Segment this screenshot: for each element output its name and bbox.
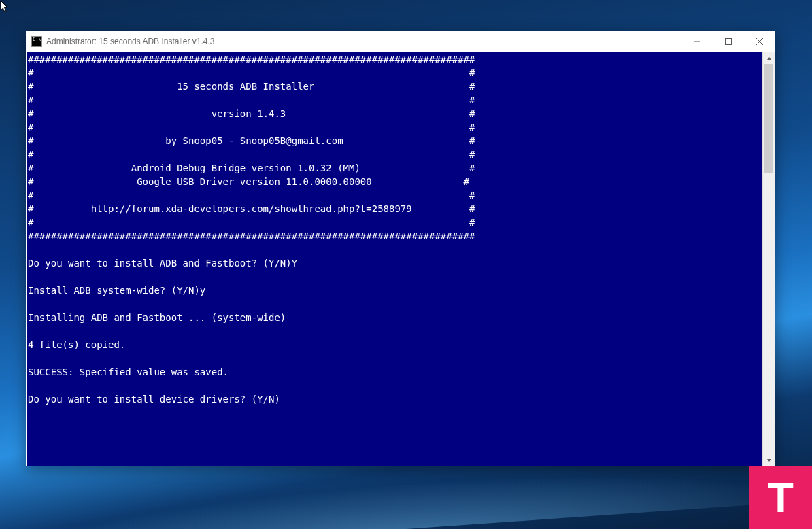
minimize-button[interactable]: [681, 31, 713, 52]
watermark-letter: T: [768, 477, 794, 519]
scroll-down-arrow-icon[interactable]: [763, 454, 775, 466]
close-button[interactable]: [744, 31, 775, 52]
mouse-cursor-icon: [0, 0, 10, 14]
window-controls: [681, 31, 775, 52]
banner-adb-version: # Android Debug Bridge version 1.0.32 (M…: [28, 163, 475, 173]
banner-top: ########################################…: [28, 54, 475, 65]
banner-author: # by Snoop05 - Snoop05B@gmail.com #: [28, 135, 475, 146]
watermark-badge: T: [749, 466, 812, 529]
prompt-system-wide: Install ADB system-wide? (Y/N)y: [28, 285, 205, 296]
status-success: SUCCESS: Specified value was saved.: [28, 366, 229, 377]
banner-version: # version 1.4.3 #: [28, 108, 475, 119]
maximize-button[interactable]: [713, 31, 744, 52]
titlebar[interactable]: Administrator: 15 seconds ADB Installer …: [26, 31, 775, 52]
status-installing: Installing ADB and Fastboot ... (system-…: [28, 312, 286, 323]
scroll-up-arrow-icon[interactable]: [763, 52, 775, 64]
status-files-copied: 4 file(s) copied.: [28, 339, 125, 350]
cmd-icon: [31, 36, 42, 47]
banner-blank: # #: [28, 217, 475, 228]
banner-driver-version: # Google USB Driver version 11.0.0000.00…: [28, 176, 469, 187]
prompt-install-adb: Do you want to install ADB and Fastboot?…: [28, 258, 297, 269]
svg-rect-0: [726, 39, 732, 45]
banner-blank: # #: [28, 149, 475, 160]
console-client-area: ########################################…: [26, 52, 775, 466]
console-output[interactable]: ########################################…: [27, 52, 762, 466]
window-title: Administrator: 15 seconds ADB Installer …: [46, 37, 214, 46]
vertical-scrollbar[interactable]: [762, 52, 775, 466]
banner-blank: # #: [28, 67, 475, 78]
banner-blank: # #: [28, 190, 475, 201]
console-window: Administrator: 15 seconds ADB Installer …: [26, 31, 775, 466]
desktop-background: Administrator: 15 seconds ADB Installer …: [0, 0, 812, 529]
scroll-thumb[interactable]: [764, 64, 773, 173]
prompt-install-drivers: Do you want to install device drivers? (…: [28, 394, 280, 405]
banner-blank: # #: [28, 122, 475, 133]
banner-title: # 15 seconds ADB Installer #: [28, 81, 475, 92]
banner-blank: # #: [28, 95, 475, 105]
banner-bottom: ########################################…: [28, 231, 475, 241]
banner-url: # http://forum.xda-developers.com/showth…: [28, 203, 475, 214]
